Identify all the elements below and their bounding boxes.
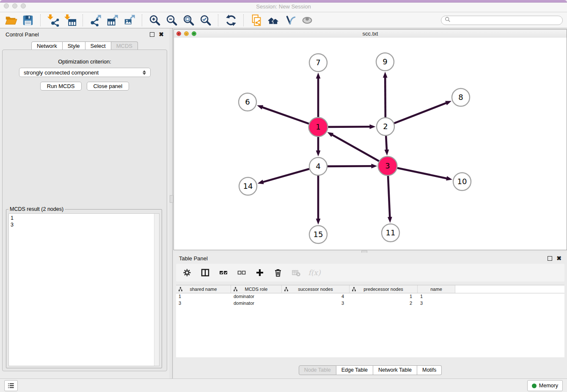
graph-node-label-4: 4	[316, 162, 320, 171]
tab-network-table[interactable]: Network Table	[373, 365, 417, 375]
table-row[interactable]: 3dominator323	[176, 300, 564, 307]
control-panel: Control Panel ✖ NetworkStyleSelectMCDS O…	[0, 28, 169, 378]
table-cell[interactable]: dominator	[231, 300, 282, 307]
select-stepper-icon	[143, 70, 146, 75]
close-panel-button[interactable]: Close panel	[87, 82, 129, 91]
graph-edge-1-2[interactable]	[328, 127, 371, 127]
graph-edge-4-3[interactable]	[328, 166, 373, 166]
close-panel-icon[interactable]: ✖	[159, 32, 164, 36]
column-label: name	[430, 287, 442, 292]
graph-edge-arrowhead	[369, 124, 375, 129]
graph-edge-4-14[interactable]	[262, 169, 309, 182]
application-window: Session: New Session Control Panel ✖ Net…	[0, 0, 567, 392]
first-neighbors-icon[interactable]	[267, 14, 280, 27]
column-header-mcds-role[interactable]: MCDS role	[231, 285, 282, 293]
birds-eye-view-icon	[300, 14, 314, 27]
export-table-icon[interactable]	[106, 14, 119, 27]
select-all-columns-icon[interactable]	[218, 268, 228, 278]
column-header-successor-nodes[interactable]: successor nodes	[282, 285, 350, 293]
main-toolbar	[0, 12, 567, 28]
graph-edge-3-1[interactable]	[331, 134, 380, 161]
delete-table-icon	[291, 268, 301, 278]
close-window-icon[interactable]	[4, 3, 9, 8]
search-input[interactable]	[453, 17, 559, 24]
graph-node-label-10: 10	[457, 177, 467, 186]
network-canvas[interactable]: 1234678910111415	[174, 38, 567, 250]
graph-edge-1-6[interactable]	[261, 107, 310, 124]
graph-edge-3-10[interactable]	[397, 168, 448, 179]
table-cell[interactable]: 1	[176, 293, 231, 300]
network-window-title: scc.txt	[363, 30, 378, 37]
column-header-shared-name[interactable]: shared name	[176, 285, 231, 293]
float-table-panel-icon[interactable]	[548, 256, 552, 261]
graph-node-label-9: 9	[383, 57, 387, 66]
table-cell[interactable]: 1	[350, 293, 418, 300]
network-maximize-icon[interactable]: +	[192, 31, 196, 36]
column-header-name[interactable]: name	[418, 285, 455, 293]
zoom-selected-icon[interactable]	[199, 14, 212, 27]
delete-icon[interactable]	[273, 268, 283, 278]
column-label: MCDS role	[245, 287, 268, 292]
clone-network-icon[interactable]	[250, 14, 263, 27]
table-cell[interactable]: 3	[282, 300, 350, 307]
search-field[interactable]	[441, 16, 563, 25]
graph-edge-arrowhead	[445, 101, 451, 105]
window-titlebar: Session: New Session	[0, 0, 567, 12]
table-cell[interactable]: 1	[418, 293, 455, 300]
table-body: 1dominator4113dominator323	[176, 293, 564, 307]
tab-node-table[interactable]: Node Table	[299, 365, 336, 375]
table-cell[interactable]: dominator	[231, 293, 282, 300]
criterion-select[interactable]: strongly connected component	[19, 68, 151, 77]
maximize-window-icon[interactable]	[21, 3, 26, 8]
task-history-button[interactable]	[4, 380, 18, 391]
column-label: shared name	[190, 287, 217, 292]
mcds-tab-content: Optimization criterion: strongly connect…	[2, 50, 167, 371]
graph-edge-2-9[interactable]	[385, 76, 385, 117]
zoom-in-icon[interactable]	[148, 14, 162, 27]
tab-edge-table[interactable]: Edge Table	[336, 365, 373, 375]
save-session-icon[interactable]	[21, 14, 35, 27]
float-panel-icon[interactable]	[150, 32, 154, 37]
column-header-predecessor-nodes[interactable]: predecessor nodes	[350, 285, 418, 293]
table-options-gear-icon[interactable]	[182, 268, 192, 278]
export-network-icon[interactable]	[89, 14, 102, 27]
export-image-icon[interactable]	[123, 14, 136, 27]
table-cell[interactable]: 4	[282, 293, 350, 300]
toolbar-separator	[218, 14, 219, 26]
unselect-all-columns-icon[interactable]	[237, 268, 247, 278]
zoom-fit-icon[interactable]	[182, 14, 195, 27]
table-cell[interactable]: 3	[176, 300, 231, 307]
hide-details-icon[interactable]	[284, 14, 297, 27]
memory-button[interactable]: Memory	[527, 380, 563, 391]
show-columns-icon[interactable]	[200, 268, 210, 278]
import-network-icon[interactable]	[47, 14, 60, 27]
table-cell[interactable]: 3	[418, 300, 455, 307]
open-session-icon[interactable]	[4, 14, 18, 27]
tab-motifs[interactable]: Motifs	[417, 365, 442, 375]
optimization-criterion-label: Optimization criterion:	[3, 58, 167, 65]
graph-edge-arrowhead	[316, 73, 321, 79]
graph-edge-3-11[interactable]	[388, 175, 390, 218]
network-close-icon[interactable]: ×	[176, 31, 181, 36]
refresh-icon[interactable]	[224, 14, 238, 27]
close-table-panel-icon[interactable]: ✖	[556, 256, 561, 260]
graph-node-label-1: 1	[316, 122, 320, 131]
graph-edge-2-8[interactable]	[394, 102, 447, 123]
column-hierarchy-icon	[352, 287, 356, 293]
graph-node-label-6: 6	[245, 97, 250, 106]
vertical-splitter[interactable]	[169, 28, 173, 378]
graph-edge-2-3[interactable]	[386, 136, 387, 151]
vertical-splitter-handle[interactable]	[170, 195, 173, 203]
table-cell[interactable]: 2	[350, 300, 418, 307]
zoom-out-icon[interactable]	[165, 14, 179, 27]
import-table-icon[interactable]	[63, 14, 77, 27]
add-icon[interactable]	[255, 268, 265, 278]
titlebar-accent-strip	[0, 0, 567, 3]
table-row[interactable]: 1dominator411	[176, 293, 564, 300]
network-minimize-icon[interactable]: −	[184, 31, 189, 36]
graph-node-label-7: 7	[316, 58, 320, 67]
minimize-window-icon[interactable]	[12, 3, 17, 8]
result-scrollbar[interactable]	[154, 214, 159, 366]
run-mcds-button[interactable]: Run MCDS	[40, 82, 82, 91]
graph-node-label-3: 3	[385, 161, 390, 170]
